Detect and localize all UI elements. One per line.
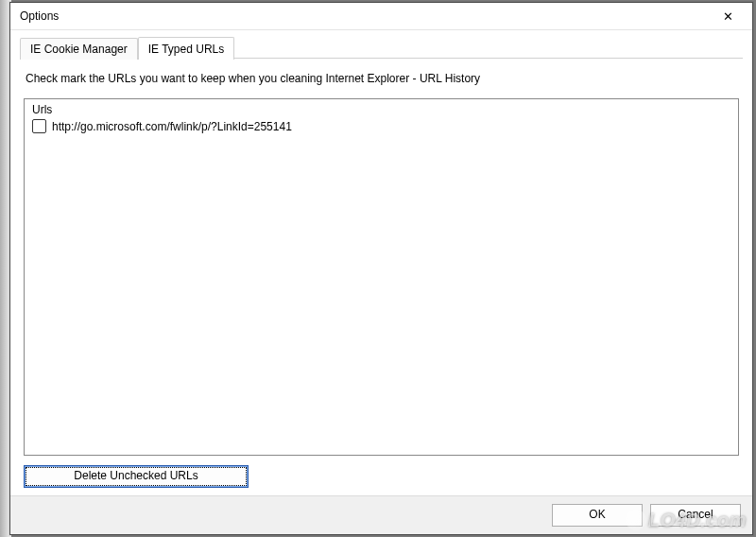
delete-unchecked-button[interactable]: Delete Unchecked URLs	[24, 465, 249, 488]
tab-label: IE Typed URLs	[148, 43, 224, 56]
checkbox-icon[interactable]	[32, 119, 46, 133]
listbox-header: Urls	[32, 103, 730, 116]
close-button[interactable]: ✕	[709, 6, 747, 26]
url-text: http://go.microsoft.com/fwlink/p/?LinkId…	[52, 120, 292, 133]
url-listbox[interactable]: Urls http://go.microsoft.com/fwlink/p/?L…	[24, 98, 739, 456]
tabs: IE Cookie Manager IE Typed URLs	[20, 36, 743, 59]
instruction-text: Check mark the URLs you want to keep whe…	[26, 72, 743, 85]
options-dialog: Options ✕ IE Cookie Manager IE Typed URL…	[9, 2, 753, 535]
list-item[interactable]: http://go.microsoft.com/fwlink/p/?LinkId…	[32, 118, 730, 134]
button-label: OK	[589, 508, 605, 521]
tab-ie-cookie-manager[interactable]: IE Cookie Manager	[20, 38, 138, 60]
watermark-text: LO4D.com	[648, 510, 747, 530]
tab-ie-typed-urls[interactable]: IE Typed URLs	[138, 37, 234, 60]
button-row: Delete Unchecked URLs	[24, 465, 739, 488]
dialog-content: IE Cookie Manager IE Typed URLs Check ma…	[10, 30, 752, 495]
tab-label: IE Cookie Manager	[30, 43, 128, 56]
titlebar: Options ✕	[10, 3, 752, 30]
globe-icon	[626, 510, 646, 530]
tab-body: Check mark the URLs you want to keep whe…	[20, 58, 743, 488]
window-title: Options	[20, 9, 709, 23]
button-label: Delete Unchecked URLs	[74, 469, 198, 482]
watermark: LO4D.com	[626, 510, 747, 531]
close-icon: ✕	[723, 9, 733, 24]
